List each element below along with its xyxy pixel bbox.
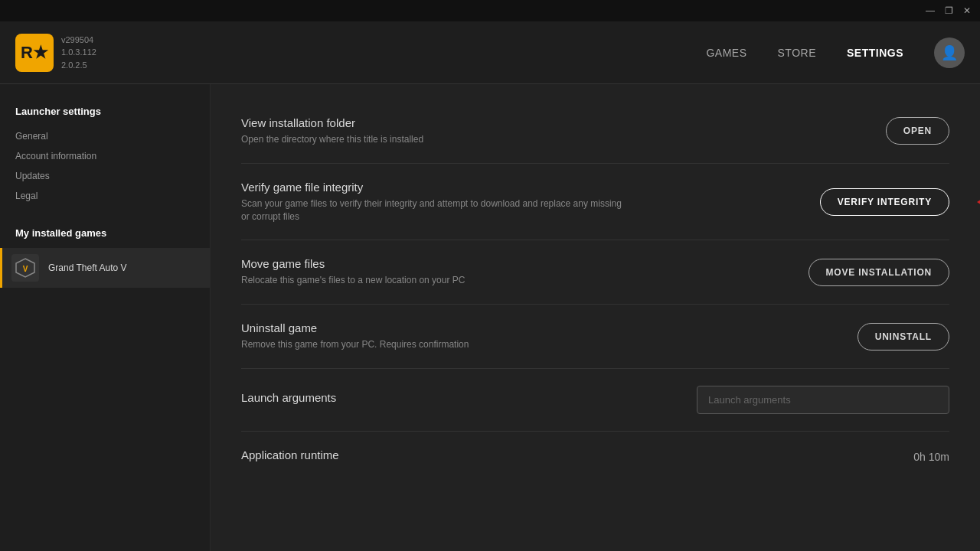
move-installation-action: MOVE INSTALLATION [808, 259, 949, 286]
verify-integrity-action: VERIFY INTEGRITY [820, 188, 949, 216]
open-button[interactable]: OPEN [886, 117, 949, 145]
launcher-settings-title: Launcher settings [0, 99, 210, 123]
verify-integrity-button[interactable]: VERIFY INTEGRITY [820, 188, 949, 216]
application-runtime-text: Application runtime [241, 448, 339, 465]
titlebar: — ❐ ✕ [0, 0, 980, 21]
verify-integrity-text: Verify game file integrity Scan your gam… [241, 181, 624, 223]
game-item-gtav[interactable]: V Grand Theft Auto V [0, 248, 210, 288]
uninstall-game-description: Remove this game from your PC. Requires … [241, 338, 469, 351]
game-name: Grand Theft Auto V [48, 262, 127, 273]
move-installation-text: Move game files Relocate this game's fil… [241, 257, 465, 287]
logo-area: R★ v299504 1.0.3.112 2.0.2.5 [15, 34, 96, 72]
nav-store[interactable]: STORE [778, 47, 816, 59]
uninstall-game-text: Uninstall game Remove this game from you… [241, 321, 469, 351]
my-installed-games-title: My installed games [0, 221, 210, 245]
uninstall-game-title: Uninstall game [241, 321, 469, 334]
view-installation-description: Open the directory where this title is i… [241, 133, 423, 146]
view-installation-title: View installation folder [241, 116, 423, 129]
sidebar-item-updates[interactable]: Updates [0, 166, 210, 186]
verify-integrity-row: Verify game file integrity Scan your gam… [241, 164, 949, 241]
sidebar-item-general[interactable]: General [0, 126, 210, 146]
uninstall-game-row: Uninstall game Remove this game from you… [241, 305, 949, 369]
sidebar-item-legal[interactable]: Legal [0, 186, 210, 206]
arrow-head [977, 181, 980, 223]
header: R★ v299504 1.0.3.112 2.0.2.5 GAMES STORE… [0, 21, 980, 84]
launch-arguments-title: Launch arguments [241, 391, 336, 404]
maximize-button[interactable]: ❐ [942, 4, 956, 18]
launch-arguments-input[interactable] [697, 386, 949, 414]
version-info: v299504 1.0.3.112 2.0.2.5 [61, 34, 96, 72]
close-button[interactable]: ✕ [960, 4, 974, 18]
svg-text:V: V [23, 265, 28, 273]
application-runtime-action: 0h 10m [913, 450, 949, 464]
application-runtime-title: Application runtime [241, 448, 339, 461]
move-installation-description: Relocate this game's files to a new loca… [241, 274, 465, 287]
main-content: View installation folder Open the direct… [211, 84, 980, 551]
move-installation-title: Move game files [241, 257, 465, 270]
game-icon: V [11, 254, 39, 282]
rockstar-logo: R★ [15, 34, 54, 72]
runtime-value: 0h 10m [913, 451, 949, 463]
verify-integrity-title: Verify game file integrity [241, 181, 624, 194]
application-runtime-row: Application runtime 0h 10m [241, 432, 949, 482]
red-arrow-indicator [977, 181, 980, 223]
move-installation-button[interactable]: MOVE INSTALLATION [808, 259, 949, 286]
verify-integrity-description: Scan your game files to verify their int… [241, 197, 624, 223]
nav-area: GAMES STORE SETTINGS 👤 [706, 37, 965, 68]
launch-arguments-action [697, 386, 949, 414]
minimize-button[interactable]: — [923, 4, 937, 18]
uninstall-game-action: UNINSTALL [858, 323, 949, 350]
view-installation-action: OPEN [886, 117, 949, 145]
launch-arguments-text: Launch arguments [241, 391, 336, 408]
view-installation-row: View installation folder Open the direct… [241, 99, 949, 164]
launch-arguments-row: Launch arguments [241, 369, 949, 432]
uninstall-button[interactable]: UNINSTALL [858, 323, 949, 350]
move-installation-row: Move game files Relocate this game's fil… [241, 240, 949, 305]
sidebar-item-account-information[interactable]: Account information [0, 146, 210, 166]
nav-games[interactable]: GAMES [706, 47, 746, 59]
view-installation-text: View installation folder Open the direct… [241, 116, 423, 146]
gtav-icon-svg: V [15, 257, 36, 279]
sidebar: Launcher settings General Account inform… [0, 84, 211, 551]
nav-settings[interactable]: SETTINGS [847, 47, 903, 59]
user-avatar[interactable]: 👤 [934, 37, 965, 68]
